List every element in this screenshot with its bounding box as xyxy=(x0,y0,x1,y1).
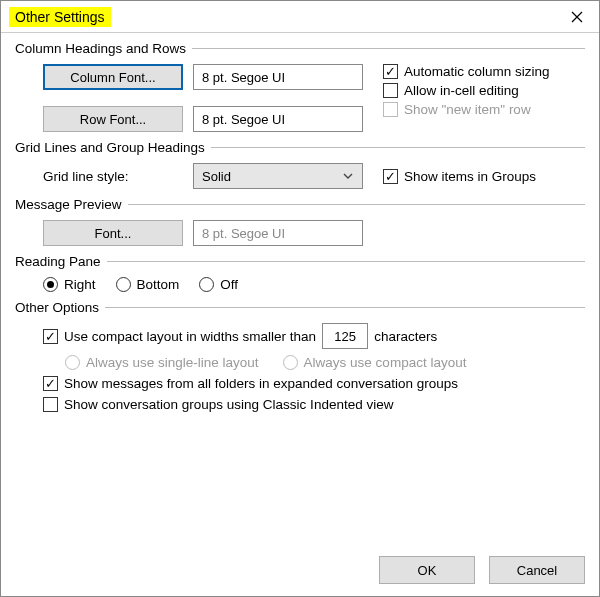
radio-label: Bottom xyxy=(137,277,180,292)
show-new-item-checkbox: Show "new item" row xyxy=(383,102,550,117)
reading-pane-bottom-radio[interactable]: Bottom xyxy=(116,277,180,292)
checkbox-icon: ✓ xyxy=(383,64,398,79)
close-button[interactable] xyxy=(555,1,599,32)
group-divider xyxy=(192,48,585,49)
checkbox-icon xyxy=(43,397,58,412)
checkbox-label: Show conversation groups using Classic I… xyxy=(64,397,393,412)
compact-width-input[interactable]: 125 xyxy=(322,323,368,349)
group-column-headings: Column Headings and Rows Column Font... … xyxy=(15,41,585,132)
radio-icon xyxy=(43,277,58,292)
radio-label: Always use single-line layout xyxy=(86,355,259,370)
checkbox-icon: ✓ xyxy=(43,376,58,391)
column-font-button[interactable]: Column Font... xyxy=(43,64,183,90)
reading-pane-right-radio[interactable]: Right xyxy=(43,277,96,292)
checkbox-icon xyxy=(383,83,398,98)
group-divider xyxy=(211,147,585,148)
dialog-content: Column Headings and Rows Column Font... … xyxy=(1,33,599,546)
checkbox-icon xyxy=(383,102,398,117)
allow-incell-edit-checkbox[interactable]: Allow in-cell editing xyxy=(383,83,550,98)
use-compact-layout-checkbox[interactable]: ✓ Use compact layout in widths smaller t… xyxy=(43,323,585,349)
ok-button[interactable]: OK xyxy=(379,556,475,584)
group-divider xyxy=(107,261,585,262)
group-reading-pane: Reading Pane Right Bottom Off xyxy=(15,254,585,292)
select-value: Solid xyxy=(202,169,231,184)
show-items-in-groups-checkbox[interactable]: ✓ Show items in Groups xyxy=(383,169,536,184)
group-title: Column Headings and Rows xyxy=(15,41,186,56)
radio-icon xyxy=(283,355,298,370)
radio-label: Off xyxy=(220,277,238,292)
title-bar: Other Settings xyxy=(1,1,599,33)
group-grid-lines: Grid Lines and Group Headings Grid line … xyxy=(15,140,585,189)
group-header: Grid Lines and Group Headings xyxy=(15,140,585,155)
checkbox-label: Show items in Groups xyxy=(404,169,536,184)
radio-label: Always use compact layout xyxy=(304,355,467,370)
group-message-preview: Message Preview Font... 8 pt. Segoe UI xyxy=(15,197,585,246)
group-divider xyxy=(105,307,585,308)
reading-pane-off-radio[interactable]: Off xyxy=(199,277,238,292)
checkbox-label: Allow in-cell editing xyxy=(404,83,519,98)
row-font-value[interactable]: 8 pt. Segoe UI xyxy=(193,106,363,132)
grid-style-select[interactable]: Solid xyxy=(193,163,363,189)
checkbox-icon: ✓ xyxy=(383,169,398,184)
group-title: Reading Pane xyxy=(15,254,101,269)
checkbox-label: Automatic column sizing xyxy=(404,64,550,79)
radio-icon xyxy=(116,277,131,292)
radio-icon xyxy=(65,355,80,370)
group-title: Message Preview xyxy=(15,197,122,212)
preview-font-button[interactable]: Font... xyxy=(43,220,183,246)
group-header: Message Preview xyxy=(15,197,585,212)
expanded-conversation-checkbox[interactable]: ✓ Show messages from all folders in expa… xyxy=(43,376,585,391)
auto-column-sizing-checkbox[interactable]: ✓ Automatic column sizing xyxy=(383,64,550,79)
radio-label: Right xyxy=(64,277,96,292)
row-font-button[interactable]: Row Font... xyxy=(43,106,183,132)
checkbox-icon: ✓ xyxy=(43,329,58,344)
close-icon xyxy=(571,11,583,23)
group-other-options: Other Options ✓ Use compact layout in wi… xyxy=(15,300,585,412)
checkbox-label: Show messages from all folders in expand… xyxy=(64,376,458,391)
column-font-value[interactable]: 8 pt. Segoe UI xyxy=(193,64,363,90)
always-single-line-radio: Always use single-line layout xyxy=(65,355,259,370)
checkbox-label-before: Use compact layout in widths smaller tha… xyxy=(64,329,316,344)
group-header: Other Options xyxy=(15,300,585,315)
radio-icon xyxy=(199,277,214,292)
grid-style-label: Grid line style: xyxy=(43,169,183,184)
classic-indented-checkbox[interactable]: Show conversation groups using Classic I… xyxy=(43,397,585,412)
chevron-down-icon xyxy=(342,170,354,182)
group-divider xyxy=(128,204,585,205)
checkbox-label-after: characters xyxy=(374,329,437,344)
always-compact-radio: Always use compact layout xyxy=(283,355,467,370)
group-header: Reading Pane xyxy=(15,254,585,269)
group-title: Other Options xyxy=(15,300,99,315)
cancel-button[interactable]: Cancel xyxy=(489,556,585,584)
dialog-footer: OK Cancel xyxy=(1,546,599,596)
preview-font-value: 8 pt. Segoe UI xyxy=(193,220,363,246)
group-header: Column Headings and Rows xyxy=(15,41,585,56)
checkbox-label: Show "new item" row xyxy=(404,102,531,117)
group-title: Grid Lines and Group Headings xyxy=(15,140,205,155)
window-title: Other Settings xyxy=(9,7,111,27)
dialog-window: Other Settings Column Headings and Rows … xyxy=(0,0,600,597)
